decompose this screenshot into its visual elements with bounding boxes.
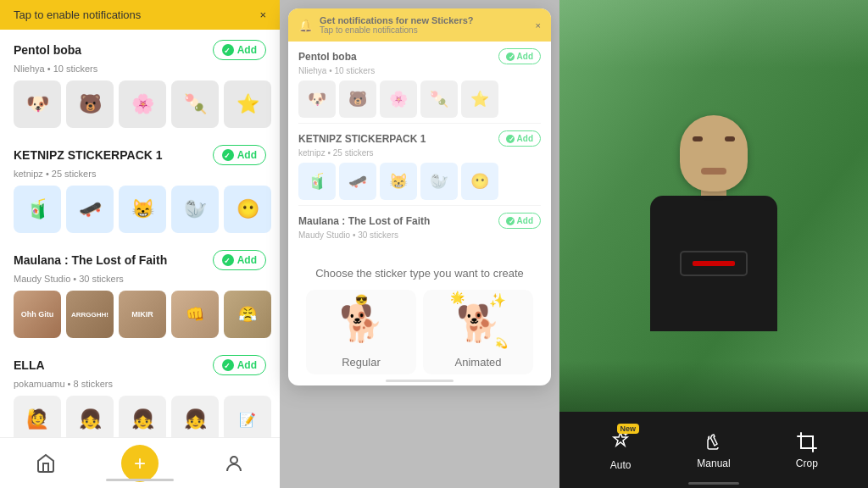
pack-sub-2: ketnipz • 25 stickers	[14, 169, 266, 179]
sticker-thumb: 🐶	[14, 80, 61, 128]
profile-nav-btn[interactable]	[217, 446, 251, 480]
notification-text: Tap to enable notifications	[14, 8, 141, 21]
svg-text:✓: ✓	[224, 152, 231, 159]
right-toolbar: New Auto Manual Crop	[559, 412, 868, 488]
sticker-pack-1: Pentol boba ✓ Add Nliehya • 10 stickers …	[0, 30, 280, 135]
middle-panel: 🔔 Get notifications for new Stickers? Ta…	[280, 0, 559, 488]
sticker-row-1: 🐶 🐻 🌸 🍡 ⭐	[14, 80, 266, 128]
sticker-thumb: 😤	[224, 291, 271, 338]
sticker-thumb: Ohh Gitu	[14, 291, 61, 338]
svg-point-4	[231, 457, 237, 463]
sticker-thumb: 🙋	[14, 396, 61, 443]
sticker-row-3: Ohh Gitu ARRGGHH! MIKIR 👊 😤	[14, 291, 266, 338]
home-nav-btn[interactable]	[29, 446, 63, 480]
pack-sub-1: Nliehya • 10 stickers	[14, 64, 266, 74]
sticker-row-2: 🧃 🛹 😸 🦭 😶	[14, 186, 266, 233]
new-badge: New	[617, 424, 640, 434]
sticker-thumb: 🧃	[14, 186, 61, 233]
add-btn-3[interactable]: ✓ Add	[213, 250, 266, 270]
sticker-pack-4: ELLA ✓ Add pokamuamu • 8 stickers 🙋 👧 👧 …	[0, 345, 280, 450]
notification-close-btn[interactable]: ×	[259, 8, 266, 21]
photo-area	[559, 0, 868, 412]
pack-sub-3: Maudy Studio • 30 stickers	[14, 274, 266, 284]
crop-label: Crop	[796, 458, 818, 469]
left-panel: Tap to enable notifications × Pentol bob…	[0, 0, 280, 488]
sticker-thumb: 😸	[119, 186, 166, 233]
sticker-pack-3: Maulana : The Lost of Faith ✓ Add Maudy …	[0, 240, 280, 345]
auto-tool[interactable]: New Auto	[609, 429, 632, 471]
sticker-thumb: 📝	[224, 396, 271, 443]
animated-sticker-visual: 🐕 ✨ 🌟 💫	[448, 296, 508, 351]
sticker-pack-2: KETNIPZ STICKERPACK 1 ✓ Add ketnipz • 25…	[0, 135, 280, 240]
sticker-thumb: ⭐	[224, 80, 271, 128]
manual-tool[interactable]: Manual	[697, 430, 730, 469]
sticker-thumb: 🛹	[66, 186, 114, 233]
sticker-thumb: 🐻	[66, 80, 114, 128]
sticker-thumb: 😶	[224, 186, 271, 233]
manual-icon	[702, 430, 726, 454]
regular-sticker-visual: 🐕 😎	[331, 296, 391, 351]
crop-icon	[795, 430, 819, 454]
sticker-thumb: 👧	[66, 396, 114, 443]
sticker-list: Pentol boba ✓ Add Nliehya • 10 stickers …	[0, 30, 280, 488]
svg-text:✓: ✓	[224, 362, 231, 369]
whatsapp-icon-4: ✓	[222, 359, 234, 371]
sticker-thumb: 👊	[171, 291, 219, 338]
sticker-thumb: 👧	[119, 396, 166, 443]
whatsapp-icon-2: ✓	[222, 149, 234, 161]
pack-title-4: ELLA	[14, 358, 45, 372]
pack-sub-4: pokamuamu • 8 stickers	[14, 379, 266, 389]
svg-text:✓: ✓	[224, 257, 231, 264]
pack-title-1: Pentol boba	[14, 43, 81, 57]
whatsapp-icon-3: ✓	[222, 254, 234, 266]
svg-text:✓: ✓	[224, 47, 231, 54]
sticker-thumb: ARRGGHH!	[66, 291, 114, 338]
notification-bar[interactable]: Tap to enable notifications ×	[0, 0, 280, 30]
auto-label: Auto	[610, 459, 632, 471]
sticker-row-4: 🙋 👧 👧 👧 📝	[14, 396, 266, 443]
sticker-thumb: MIKIR	[119, 291, 166, 338]
bottom-indicator	[106, 479, 174, 481]
auto-tool-icon-wrapper: New	[609, 429, 632, 456]
add-btn-2[interactable]: ✓ Add	[213, 145, 266, 165]
pack-title-3: Maulana : The Lost of Faith	[14, 253, 167, 267]
add-btn-1[interactable]: ✓ Add	[213, 40, 266, 60]
right-bottom-indicator	[688, 482, 739, 485]
sticker-thumb: 🍡	[171, 80, 219, 128]
sticker-thumb: 👧	[171, 396, 219, 443]
add-fab-btn[interactable]: +	[121, 445, 159, 482]
add-btn-4[interactable]: ✓ Add	[213, 355, 266, 375]
whatsapp-icon-1: ✓	[222, 44, 234, 56]
pack-title-2: KETNIPZ STICKERPACK 1	[14, 148, 163, 162]
sticker-thumb: 🌸	[119, 80, 166, 128]
photo-placeholder	[559, 0, 868, 412]
sticker-thumb: 🦭	[171, 186, 219, 233]
right-panel: New Auto Manual Crop	[559, 0, 868, 488]
crop-tool[interactable]: Crop	[795, 430, 819, 469]
manual-label: Manual	[697, 458, 730, 469]
